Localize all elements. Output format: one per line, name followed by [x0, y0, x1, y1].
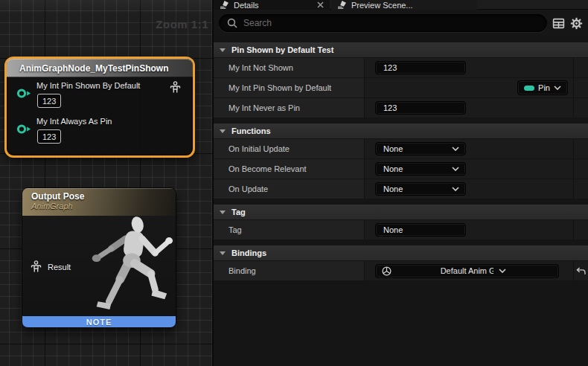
property-row-my-int-not-shown: My Int Not Shown 123 — [214, 58, 588, 78]
chevron-down-icon — [220, 129, 226, 133]
search-icon — [227, 18, 237, 28]
section-pin-shown-by-default-test: Pin Shown by Default Test My Int Not Sho… — [214, 42, 588, 118]
binding-dropdown[interactable]: Default Anim Graph Node Binding — [375, 264, 559, 278]
tag-text-field[interactable]: None — [375, 223, 466, 237]
result-pin-label: Result — [48, 263, 71, 272]
int-pin-icon[interactable] — [16, 88, 32, 99]
section-functions: Functions On Initial Update None — [214, 123, 588, 199]
preview-scene-tab-icon — [337, 1, 347, 9]
chevron-down-icon — [452, 167, 459, 171]
int-value-field[interactable]: 123 — [375, 101, 466, 115]
note-banner[interactable]: NOTE — [22, 316, 176, 327]
zoom-indicator: Zoom 1:1 — [156, 18, 208, 30]
tab-label: Preview Scene... — [351, 1, 413, 10]
result-pin[interactable]: Result — [31, 260, 71, 273]
chevron-down-icon — [452, 187, 459, 191]
node-subtitle: AnimGraph — [31, 202, 176, 211]
reset-to-default-icon[interactable] — [576, 267, 586, 275]
section-tag: Tag Tag None — [214, 205, 588, 240]
function-dropdown[interactable]: None — [375, 182, 466, 196]
property-row-on-become-relevant: On Become Relevant None — [214, 159, 588, 179]
node-title: AnimGraphNode_MyTestPinShown — [19, 63, 168, 74]
chevron-down-icon — [220, 251, 226, 255]
section-header[interactable]: Tag — [214, 205, 588, 220]
property-row-on-update: On Update None — [214, 179, 588, 199]
details-tab-icon — [220, 1, 229, 9]
chevron-down-icon — [220, 211, 226, 214]
close-icon[interactable] — [317, 1, 324, 8]
binding-class-icon — [382, 266, 435, 276]
anim-graph-node-mytestpinshown[interactable]: AnimGraphNode_MyTestPinShown My Int Pin … — [4, 57, 195, 158]
property-list: Pin Shown by Default Test My Int Not Sho… — [214, 36, 588, 281]
anim-graph-canvas[interactable]: Zoom 1:1 AnimGraphNode_MyTestPinShown My… — [0, 0, 212, 366]
search-input[interactable] — [243, 18, 539, 28]
pin-mode-dropdown[interactable]: Pin — [517, 80, 568, 95]
tab-preview-scene[interactable]: Preview Scene... — [331, 0, 477, 10]
property-row-on-initial-update: On Initial Update None — [214, 139, 588, 159]
property-row-binding: Binding Default Anim Graph Node Binding — [214, 261, 588, 281]
pin-default-value[interactable]: 123 — [37, 129, 61, 144]
chevron-down-icon — [554, 86, 561, 90]
property-row-my-int-pin-shown-by-default: My Int Pin Shown by Default Pin — [214, 78, 588, 98]
section-bindings: Bindings Binding Default Anim Gr — [214, 245, 588, 281]
tab-label: Details — [234, 1, 313, 10]
anim-blueprint-editor: Zoom 1:1 AnimGraphNode_MyTestPinShown My… — [0, 0, 588, 366]
int-value-field[interactable]: 123 — [375, 61, 466, 74]
node-title: Output Pose — [31, 191, 176, 202]
gear-icon[interactable] — [570, 17, 583, 30]
property-row-tag: Tag None — [214, 220, 588, 240]
search-box[interactable] — [219, 14, 547, 32]
chevron-down-icon — [452, 147, 459, 151]
pose-pin-icon — [31, 260, 42, 273]
output-pose-node[interactable]: Output Pose AnimGraph — [22, 187, 176, 328]
pin-label: My Int Pin Shown By Default — [36, 81, 140, 90]
pin-default-value[interactable]: 123 — [37, 94, 61, 108]
chevron-down-icon — [220, 48, 226, 52]
note-label: NOTE — [86, 318, 112, 327]
section-header[interactable]: Pin Shown by Default Test — [214, 42, 588, 58]
node-title-bar[interactable]: AnimGraphNode_MyTestPinShown — [7, 59, 193, 77]
tab-details[interactable]: Details — [214, 0, 330, 10]
chevron-down-icon — [499, 269, 552, 273]
function-dropdown[interactable]: None — [375, 162, 466, 176]
panel-tab-strip: Details Preview Scene... — [214, 0, 588, 10]
section-header[interactable]: Bindings — [214, 245, 588, 261]
details-panel: Details Preview Scene... — [212, 0, 588, 366]
function-dropdown[interactable]: None — [375, 142, 466, 155]
details-toolbar — [214, 10, 588, 36]
property-row-my-int-never-as-pin: My Int Never as Pin 123 — [214, 98, 588, 118]
int-pin-icon[interactable] — [16, 123, 32, 135]
display-filter-icon[interactable] — [552, 17, 565, 30]
pose-output-pin-icon[interactable] — [170, 81, 181, 94]
node-title-bar[interactable]: Output Pose AnimGraph — [22, 188, 176, 216]
section-header[interactable]: Functions — [214, 123, 588, 139]
pin-label: My Int Always As Pin — [36, 117, 112, 126]
pin-icon — [524, 86, 534, 91]
running-mannequin-image — [80, 215, 176, 318]
